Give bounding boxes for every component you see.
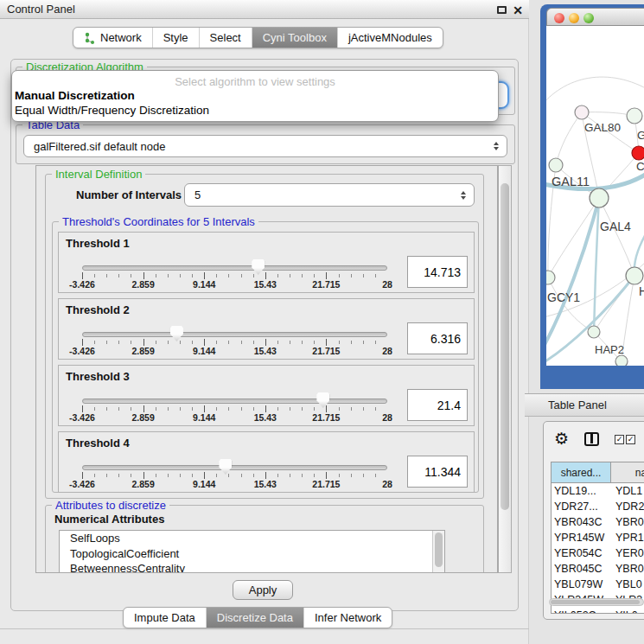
network-edge[interactable] (548, 198, 599, 277)
network-node[interactable] (627, 108, 642, 124)
close-traffic-light-icon[interactable] (554, 13, 564, 23)
threshold-4-slider[interactable]: -3.4262.8599.14415.4321.71528 (82, 463, 387, 489)
attributes-scroll-thumb[interactable] (435, 532, 443, 567)
table-row[interactable]: YBL079WYBL0 (552, 577, 644, 592)
cell-shared-name[interactable]: YBR045C (552, 561, 611, 577)
cell-shared-name[interactable]: YBR043C (552, 514, 611, 530)
interval-definition-group: Interval Definition Number of Intervals … (45, 174, 484, 499)
threshold-2-slider[interactable]: -3.4262.8599.14415.4321.71528 (82, 330, 387, 356)
threshold-4-box: Threshold 4 -3.4262.8599.14415.4321.7152… (58, 431, 475, 493)
attributes-group: Attributes to discretize Numerical Attri… (45, 505, 484, 573)
cell-shared-name[interactable]: YDR27... (552, 499, 611, 514)
threshold-2-value-field[interactable]: 6.316 (407, 322, 468, 354)
cell-name[interactable]: YBR0 (611, 514, 644, 530)
table-row[interactable]: YDR27...YDR2 (552, 499, 644, 514)
threshold-3-label: Threshold 3 (66, 370, 130, 383)
cell-name[interactable]: YBL0 (611, 577, 644, 592)
number-of-intervals-value: 5 (194, 188, 201, 201)
column-header-shared-name[interactable]: shared... (552, 462, 611, 482)
table-row[interactable]: YBR045CYBR0 (552, 561, 644, 577)
tab-style[interactable]: Style (152, 28, 199, 48)
numerical-attributes-list[interactable]: SelfLoops TopologicalCoefficient Between… (59, 530, 445, 573)
list-item[interactable]: TopologicalCoefficient (60, 546, 444, 562)
cell-shared-name[interactable]: YIL052C (552, 608, 611, 614)
table-data-stepper-icon[interactable] (494, 142, 499, 150)
network-node[interactable] (546, 271, 555, 284)
tab-impute-data[interactable]: Impute Data (124, 608, 206, 628)
table-row[interactable]: YDL19...YDL1 (552, 483, 644, 499)
checkbox-icon[interactable]: ✓ (626, 435, 635, 444)
thresholds-group: Threshold's Coordinates for 5 Intervals … (52, 221, 479, 493)
checkbox-icon[interactable]: ✓ (615, 435, 624, 444)
number-of-intervals-select[interactable]: 5 (184, 183, 475, 207)
network-node[interactable] (590, 188, 609, 207)
tab-cyni-toolbox[interactable]: Cyni Toolbox (252, 28, 337, 48)
network-view-window[interactable]: GAL80GACGAL11GAL4GCY1HHAP2 (540, 4, 644, 389)
list-item[interactable]: SelfLoops (60, 531, 444, 546)
table-h-scroll-thumb[interactable] (551, 600, 640, 604)
table-row[interactable]: YIL052CYIL0 (552, 608, 644, 614)
settings-scrollpane: Interval Definition Number of Intervals … (35, 165, 498, 573)
main-scrollbar[interactable] (498, 165, 512, 573)
table-header-row: shared... na (552, 462, 644, 483)
tab-infer-network[interactable]: Infer Network (303, 608, 392, 628)
cell-shared-name[interactable]: YDL19... (552, 483, 611, 499)
tab-jactivemnodules[interactable]: jActiveMNodules (337, 28, 443, 48)
network-edge[interactable] (546, 77, 644, 108)
columns-icon[interactable] (584, 432, 599, 446)
network-node[interactable] (575, 105, 589, 119)
network-edge[interactable] (599, 198, 634, 276)
tab-discretize-data[interactable]: Discretize Data (206, 608, 303, 628)
threshold-2-box: Threshold 2 -3.4262.8599.14415.4321.7152… (58, 298, 475, 360)
cell-name[interactable]: YBR0 (611, 561, 644, 577)
table-row[interactable]: YBR043CYBR0 (552, 514, 644, 530)
minimize-traffic-light-icon[interactable] (569, 13, 579, 23)
network-node[interactable] (632, 146, 644, 160)
cell-name[interactable]: YER0 (611, 545, 644, 561)
number-of-intervals-stepper-icon[interactable] (461, 191, 466, 200)
table-data-select[interactable]: galFiltered.sif default node (23, 135, 507, 157)
slider-track[interactable] (82, 465, 387, 470)
threshold-3-value-field[interactable]: 21.4 (407, 389, 468, 421)
menu-item-equal-width-frequency[interactable]: Equal Width/Frequency Discretization (15, 104, 209, 117)
network-node[interactable] (588, 326, 600, 338)
cell-name[interactable]: YPR1 (611, 530, 644, 545)
attributes-scrollbar[interactable] (432, 531, 444, 573)
slider-track[interactable] (82, 332, 387, 337)
table-panel: ⚙ ✓ ✓ shared... na YDL19...YDL1YDR27...Y… (543, 421, 644, 620)
threshold-4-value-field[interactable]: 11.344 (407, 456, 468, 488)
table-h-scrollbar[interactable] (549, 598, 644, 606)
zoom-traffic-light-icon[interactable] (583, 13, 594, 23)
threshold-3-slider[interactable]: -3.4262.8599.14415.4321.71528 (82, 397, 387, 423)
tab-select[interactable]: Select (199, 28, 252, 48)
network-window-titlebar[interactable] (546, 8, 644, 26)
threshold-1-slider[interactable]: -3.4262.8599.14415.4321.71528 (82, 264, 387, 290)
table-row[interactable]: YER054CYER0 (552, 545, 644, 561)
network-node[interactable] (615, 355, 628, 366)
network-canvas[interactable]: GAL80GACGAL11GAL4GCY1HHAP2 (546, 26, 644, 366)
gear-icon[interactable]: ⚙ (554, 429, 569, 449)
network-edge[interactable] (556, 112, 582, 165)
tab-network[interactable]: Network (73, 28, 152, 48)
close-icon[interactable]: ✕ (513, 1, 523, 20)
menu-item-manual-discretization[interactable]: Manual Discretization (15, 89, 135, 102)
main-scroll-thumb[interactable] (501, 183, 509, 510)
slider-track[interactable] (82, 399, 387, 404)
cell-name[interactable]: YDR2 (611, 499, 644, 514)
threshold-1-value-field[interactable]: 14.713 (407, 256, 468, 288)
cell-shared-name[interactable]: YPR145W (552, 530, 611, 545)
list-item[interactable]: BetweennessCentrality (60, 561, 444, 573)
cyni-toolbox-panel: Discretization Algorithm Table Data galF… (10, 59, 519, 611)
cell-name[interactable]: YDL1 (611, 483, 644, 499)
apply-button[interactable]: Apply (233, 580, 293, 600)
slider-track[interactable] (82, 265, 387, 271)
cell-shared-name[interactable]: YBL079W (552, 577, 611, 592)
network-node-label: H (639, 284, 644, 298)
cell-shared-name[interactable]: YER054C (552, 545, 611, 561)
float-window-icon[interactable] (497, 6, 507, 14)
column-header-name[interactable]: na (611, 462, 644, 482)
table-row[interactable]: YPR145WYPR1 (552, 530, 644, 545)
cell-name[interactable]: YIL0 (611, 608, 644, 614)
network-node[interactable] (626, 267, 643, 284)
network-node[interactable] (549, 158, 563, 172)
